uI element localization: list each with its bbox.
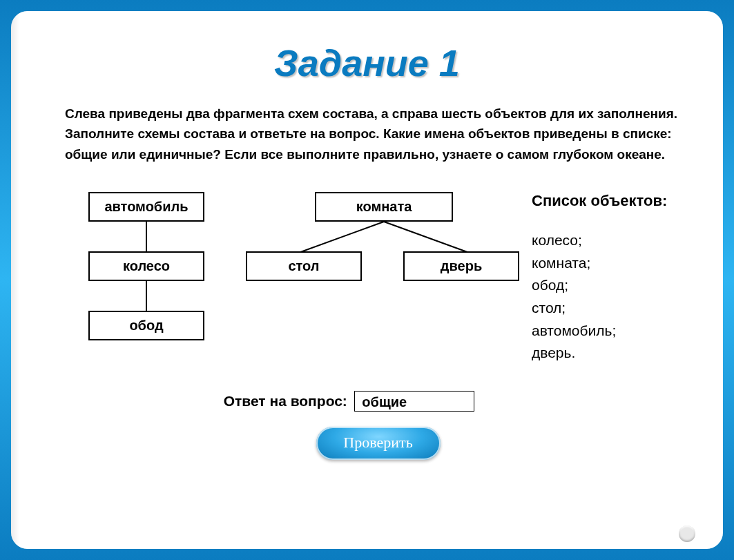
answer-input[interactable]: общие <box>354 391 474 412</box>
answer-label: Ответ на вопрос: <box>224 393 347 409</box>
list-item: комната; <box>532 252 667 275</box>
task-description: Слева приведены два фрагмента схем соста… <box>65 104 680 164</box>
list-item: дверь. <box>532 342 667 365</box>
connector-auto-wheel <box>146 221 147 251</box>
list-item: стол; <box>532 297 667 320</box>
object-list-items: колесо; комната; обод; стол; автомобиль;… <box>532 229 667 364</box>
diagram-workspace: автомобиль колесо обод комната стол двер… <box>54 192 709 420</box>
connector-wheel-rim <box>146 280 147 311</box>
check-button-wrap: Проверить <box>36 427 720 460</box>
list-item: обод; <box>532 274 667 297</box>
object-list-title: Список объектов: <box>532 192 667 210</box>
node-automobile[interactable]: автомобиль <box>88 192 204 222</box>
object-list: Список объектов: колесо; комната; обод; … <box>532 192 667 364</box>
connector-room-door <box>384 221 474 255</box>
list-item: колесо; <box>532 229 667 252</box>
connector-room-table <box>294 221 384 255</box>
copyright-icon <box>679 525 695 542</box>
check-button[interactable]: Проверить <box>316 427 441 460</box>
task-title: Задание 1 <box>25 41 709 84</box>
list-item: автомобиль; <box>532 320 667 342</box>
frame-left-shade <box>11 11 19 549</box>
node-wheel[interactable]: колесо <box>88 251 204 281</box>
answer-row: Ответ на вопрос: общие <box>11 391 691 412</box>
copyright-block <box>679 525 695 542</box>
node-room[interactable]: комната <box>315 192 453 222</box>
content-frame: Задание 1 Слева приведены два фрагмента … <box>11 11 723 549</box>
node-rim[interactable]: обод <box>88 311 204 340</box>
node-door[interactable]: дверь <box>403 251 519 281</box>
node-table[interactable]: стол <box>246 251 362 281</box>
